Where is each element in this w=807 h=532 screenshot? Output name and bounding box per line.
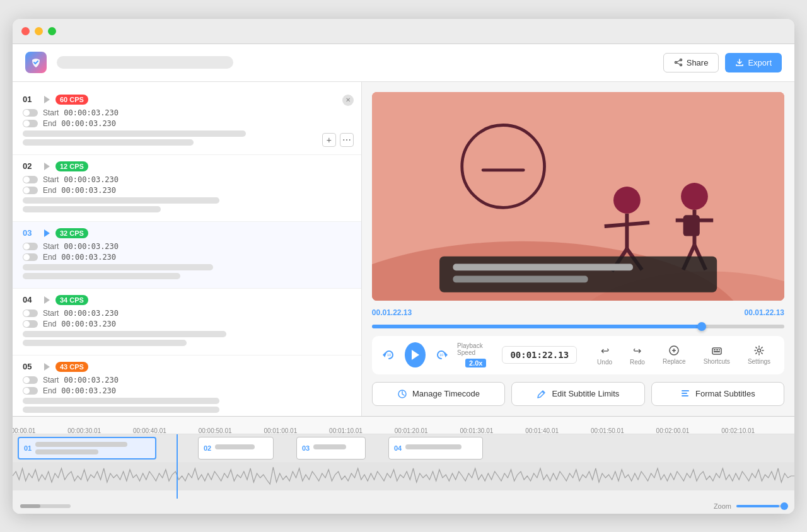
svg-text:10: 10 xyxy=(439,353,444,357)
horizontal-scrollbar[interactable] xyxy=(20,504,71,508)
maximize-window-btn[interactable] xyxy=(48,27,56,35)
edit-subtitle-limits-button[interactable]: Edit Subtitle Limits xyxy=(511,382,644,406)
cps-badge-01: 60 CPS xyxy=(55,95,88,105)
svg-marker-8 xyxy=(44,296,50,304)
text-line-04-2 xyxy=(23,340,187,346)
svg-marker-9 xyxy=(44,363,50,371)
forward-button[interactable]: 10 xyxy=(433,345,450,365)
svg-point-22 xyxy=(681,183,708,210)
video-scene xyxy=(372,92,784,301)
start-toggle-01[interactable] xyxy=(23,109,38,117)
timeline-chip-03[interactable]: 03 xyxy=(296,437,366,460)
cps-badge-02: 12 CPS xyxy=(55,161,88,171)
video-preview xyxy=(372,92,784,301)
format-subtitles-button[interactable]: Format Subtitles xyxy=(651,382,784,406)
timeline-ruler: 00:00:00.01 00:00:30.01 00:00:40.01 00:0… xyxy=(13,417,794,434)
shortcuts-button[interactable]: Shortcuts xyxy=(699,342,735,367)
play-icon-04[interactable] xyxy=(43,296,50,304)
progress-bar[interactable] xyxy=(372,325,784,328)
end-toggle-04[interactable] xyxy=(23,320,38,328)
undo-button[interactable]: ↩ Undo xyxy=(592,342,617,368)
share-button[interactable]: Share xyxy=(663,53,719,72)
manage-timecode-button[interactable]: Manage Timecode xyxy=(372,382,505,406)
header: Share Export xyxy=(13,44,794,82)
play-icon-05[interactable] xyxy=(43,362,50,371)
start-toggle-05[interactable] xyxy=(23,376,38,384)
svg-rect-27 xyxy=(683,215,699,236)
replace-button[interactable]: Replace xyxy=(658,342,691,367)
playback-controls: 10 10 xyxy=(372,336,784,374)
close-window-btn[interactable] xyxy=(21,27,30,35)
svg-line-4 xyxy=(676,63,680,65)
main-area: 01 60 CPS Start 00:00:03.230 End 00:00:0… xyxy=(13,82,794,416)
svg-rect-29 xyxy=(453,263,632,270)
end-toggle-05[interactable] xyxy=(23,387,38,395)
subtitle-item-02[interactable]: 02 12 CPS Start 00:00:03.230 End 00:00:0… xyxy=(13,155,361,222)
svg-rect-48 xyxy=(682,393,687,394)
play-icon-02[interactable] xyxy=(43,162,50,171)
zoom-slider[interactable] xyxy=(736,505,787,507)
svg-rect-30 xyxy=(453,275,588,282)
share-icon xyxy=(674,58,683,67)
play-pause-button[interactable] xyxy=(405,342,426,367)
subtitle-item-04[interactable]: 04 34 CPS Start 00:00:03.230 End 00:00:0… xyxy=(13,289,361,356)
svg-point-44 xyxy=(757,349,760,352)
svg-marker-7 xyxy=(44,229,50,237)
timeline-bottom: Zoom xyxy=(13,499,794,514)
text-line-03-1 xyxy=(23,264,213,270)
add-below-01[interactable]: ⋯ xyxy=(340,133,354,147)
svg-marker-31 xyxy=(383,352,385,357)
project-title-bar xyxy=(57,56,233,69)
subtitle-list-panel[interactable]: 01 60 CPS Start 00:00:03.230 End 00:00:0… xyxy=(13,82,362,416)
settings-button[interactable]: Settings xyxy=(743,342,775,367)
svg-rect-43 xyxy=(714,351,720,352)
play-icon-01[interactable] xyxy=(43,95,50,104)
redo-button[interactable]: ↪ Redo xyxy=(625,342,650,368)
start-toggle-02[interactable] xyxy=(23,176,38,183)
timeline-tracks[interactable]: 01 02 03 xyxy=(13,434,794,499)
timeline-chip-04[interactable]: 04 xyxy=(388,437,483,460)
zoom-fill xyxy=(736,505,779,507)
timeline-playhead[interactable] xyxy=(177,434,178,499)
text-line-05-1 xyxy=(23,398,219,404)
subtitle-item-03[interactable]: 03 32 CPS Start 00:00:03.230 End 00:00:0… xyxy=(13,222,361,289)
subtitle-track: 01 02 03 xyxy=(13,434,794,462)
add-above-01[interactable]: + xyxy=(322,133,336,147)
app-window: Share Export 01 60 CPS xyxy=(13,19,794,514)
speed-label: Playback Speed xyxy=(457,342,494,356)
svg-rect-49 xyxy=(682,395,688,396)
replace-icon xyxy=(668,345,680,356)
video-scene-svg xyxy=(372,92,784,301)
timeline-area: 00:00:00.01 00:00:30.01 00:00:40.01 00:0… xyxy=(13,416,794,514)
time-total: 00.01.22.13 xyxy=(745,308,784,317)
start-toggle-03[interactable] xyxy=(23,243,38,250)
export-button[interactable]: Export xyxy=(725,53,782,72)
speed-value[interactable]: 2.0x xyxy=(465,359,486,367)
svg-rect-28 xyxy=(439,256,717,292)
timecode-display[interactable]: 00:01:22.13 xyxy=(502,346,577,364)
svg-text:10: 10 xyxy=(387,353,392,357)
titlebar xyxy=(13,19,794,44)
action-buttons-row: Manage Timecode Edit Subtitle Limits xyxy=(372,382,784,406)
delete-subtitle-01[interactable]: ✕ xyxy=(342,95,354,106)
play-icon-03[interactable] xyxy=(43,229,50,238)
svg-marker-5 xyxy=(44,96,50,103)
timeline-chip-01[interactable]: 01 xyxy=(18,437,156,460)
playback-speed-section: Playback Speed 2.0x xyxy=(457,342,494,367)
end-toggle-03[interactable] xyxy=(23,253,38,261)
time-display: 00.01.22.13 00.01.22.13 xyxy=(372,308,784,317)
timecode-icon xyxy=(397,389,407,399)
minimize-window-btn[interactable] xyxy=(35,27,43,35)
start-toggle-04[interactable] xyxy=(23,309,38,317)
cps-badge-05: 43 CPS xyxy=(55,362,88,372)
subtitle-item-01[interactable]: 01 60 CPS Start 00:00:03.230 End 00:00:0… xyxy=(13,88,361,155)
cps-badge-03: 32 CPS xyxy=(55,228,88,238)
end-toggle-01[interactable] xyxy=(23,120,38,127)
subtitle-item-05[interactable]: 05 43 CPS Start 00:00:03.230 End 00:00:0… xyxy=(13,356,361,416)
rewind-button[interactable]: 10 xyxy=(381,345,397,365)
progress-handle[interactable] xyxy=(697,322,706,331)
zoom-handle[interactable] xyxy=(781,502,788,510)
text-line-04-1 xyxy=(23,331,226,337)
timeline-chip-02[interactable]: 02 xyxy=(198,437,274,460)
end-toggle-02[interactable] xyxy=(23,187,38,194)
